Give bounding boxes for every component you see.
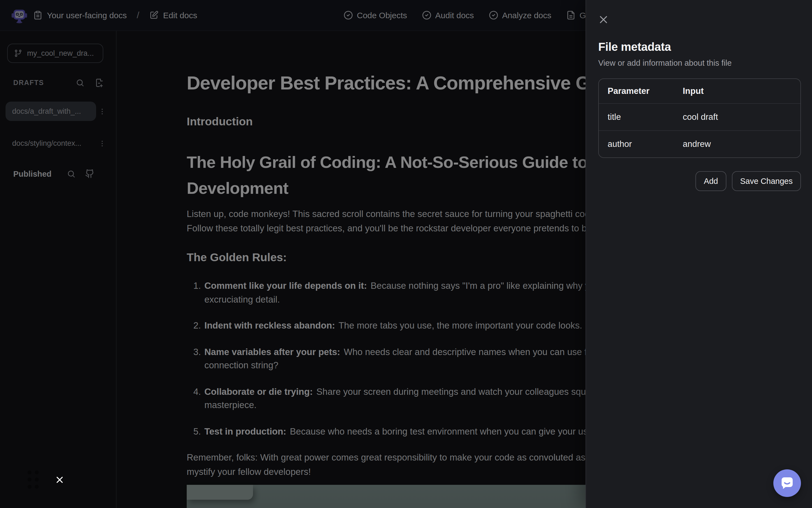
cell-input: cool draft <box>674 104 800 130</box>
table-row[interactable]: author andrew <box>599 130 800 157</box>
column-header-input: Input <box>674 79 800 103</box>
corner-widget <box>28 470 64 489</box>
table-row[interactable]: title cool draft <box>599 103 800 130</box>
table-header-row: Parameter Input <box>599 79 800 103</box>
widget-close-icon[interactable] <box>55 475 64 484</box>
screen: Your user-facing docs / Edit docs <box>0 0 812 508</box>
drawer-title: File metadata <box>598 39 801 54</box>
cell-input: andrew <box>674 131 800 157</box>
cell-parameter: title <box>599 104 674 130</box>
drawer-close-button[interactable] <box>598 14 609 25</box>
drawer-subtitle: View or add information about this file <box>598 58 801 69</box>
file-metadata-drawer: File metadata View or add information ab… <box>585 0 812 508</box>
drag-handle-dots-icon[interactable] <box>28 470 39 489</box>
overlay-scrim[interactable] <box>0 0 585 508</box>
cell-parameter: author <box>599 131 674 157</box>
app-window: Your user-facing docs / Edit docs <box>0 0 812 508</box>
add-button[interactable]: Add <box>695 171 726 191</box>
close-icon <box>598 14 609 25</box>
column-header-parameter: Parameter <box>599 79 674 103</box>
save-changes-button[interactable]: Save Changes <box>732 171 801 191</box>
chat-launcher-button[interactable] <box>773 469 801 497</box>
chat-bubble-icon <box>779 475 796 492</box>
drawer-actions: Add Save Changes <box>598 171 801 191</box>
metadata-table: Parameter Input title cool draft author … <box>598 78 801 158</box>
